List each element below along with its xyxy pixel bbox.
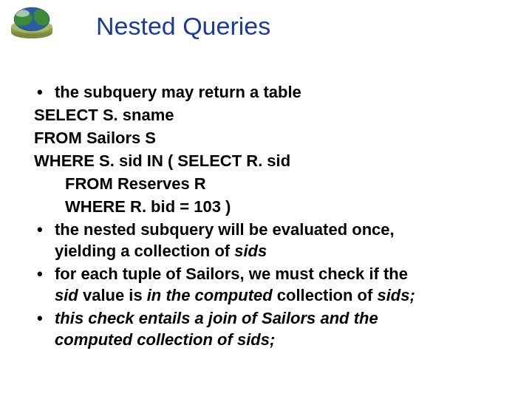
slide-title: Nested Queries [96,12,270,41]
bullet-text: the subquery may return a table [55,83,301,101]
text-fragment: collection of [273,286,378,304]
sql-line: SELECT S. sname [34,104,502,126]
text-fragment: value is [78,286,147,304]
sql-line-indent: FROM Reserves R [34,173,502,194]
bullet-continuation-italic: computed collection of sids; [55,329,502,350]
sql-line-indent: WHERE R. bid = 103 ) [34,196,502,217]
bullet-item: this check entails a join of Sailors and… [34,307,502,350]
bullet-item: the subquery may return a table [34,81,502,103]
svg-point-6 [15,10,30,17]
bullet-continuation: sid value is in the computed collection … [55,284,502,306]
bullet-text: the nested subquery will be evaluated on… [55,220,395,239]
sql-line: FROM Sailors S [34,127,502,149]
bullet-text-italic: this check entails a join of Sailors and… [55,309,378,327]
italic-term: sids [234,242,267,260]
italic-term: in the computed [147,286,273,304]
database-globe-logo [6,6,58,40]
slide-content: the subquery may return a table SELECT S… [34,81,502,352]
italic-term: sid [55,286,78,304]
slide: Nested Queries the subquery may return a… [0,0,532,399]
sql-line: WHERE S. sid IN ( SELECT R. sid [34,150,502,171]
italic-term: sids; [377,286,415,304]
bullet-item: for each tuple of Sailors, we must check… [34,263,502,306]
text-fragment: yielding a collection of [55,242,234,260]
bullet-continuation: yielding a collection of sids [55,240,502,262]
bullet-item: the nested subquery will be evaluated on… [34,219,502,262]
bullet-text: for each tuple of Sailors, we must check… [55,265,408,283]
